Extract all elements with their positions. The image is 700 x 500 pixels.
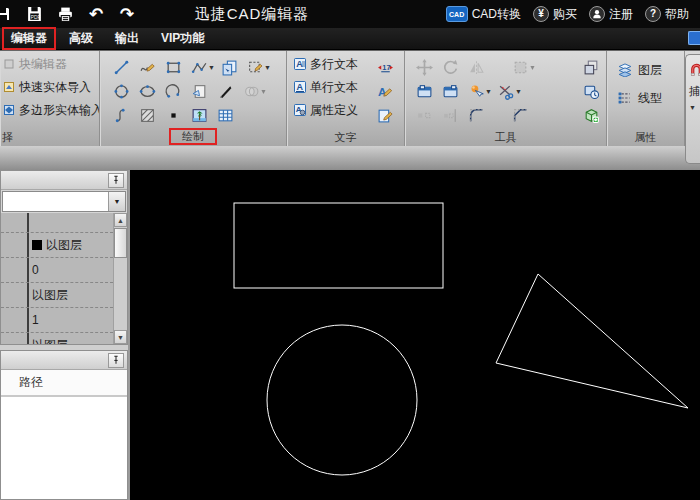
- copy-stack-icon[interactable]: [578, 55, 604, 79]
- text-fit-icon[interactable]: 17: [372, 55, 398, 79]
- boundary-dropdown-icon[interactable]: ▼: [264, 64, 272, 71]
- rotate-icon[interactable]: [437, 56, 463, 78]
- help-button[interactable]: ? 帮助: [642, 4, 692, 25]
- drawing-canvas[interactable]: [130, 170, 700, 500]
- tab-editor[interactable]: 编辑器: [2, 27, 56, 50]
- scrollbar-thumb[interactable]: [114, 228, 127, 258]
- spline-icon[interactable]: [108, 104, 134, 126]
- tab-output[interactable]: 输出: [106, 28, 148, 49]
- fillet-icon[interactable]: [463, 104, 489, 126]
- snap-panel-label: 捕: [689, 84, 700, 99]
- ribbon-group-tools: ▼ ▼ ▼: [405, 51, 607, 147]
- block-editor-button[interactable]: 块编辑器: [0, 54, 99, 74]
- move-icon[interactable]: [411, 56, 437, 78]
- group-label-properties: 属性: [607, 130, 684, 145]
- polyline-dropdown-icon[interactable]: ▼: [208, 64, 216, 71]
- register-button[interactable]: 注册: [586, 4, 636, 25]
- chamfer-icon[interactable]: [507, 104, 533, 126]
- path-panel-header: [1, 351, 127, 370]
- align-icon[interactable]: [411, 104, 437, 126]
- sketch-icon[interactable]: [134, 56, 160, 78]
- save-icon[interactable]: [0, 3, 14, 25]
- property-row-color[interactable]: 以图层: [1, 233, 113, 258]
- properties-panel-header: [1, 171, 127, 190]
- erase-dropdown-icon[interactable]: ▼: [485, 88, 493, 95]
- user-icon: [589, 6, 605, 22]
- trim-dropdown-icon[interactable]: ▼: [515, 88, 523, 95]
- svg-text:A: A: [297, 82, 304, 92]
- blend-dropdown-icon[interactable]: ▼: [260, 88, 268, 95]
- pin-icon[interactable]: [108, 173, 124, 188]
- wipeout-icon[interactable]: [186, 80, 212, 102]
- entity-selector-combobox[interactable]: ▼: [2, 191, 126, 212]
- ribbon-group-text: A 多行文本 A 单行文本 A 属性定义 17 A: [287, 51, 405, 147]
- mirror-icon[interactable]: [463, 56, 489, 78]
- print-icon[interactable]: [54, 3, 76, 25]
- cad-circle-entity[interactable]: [267, 325, 417, 475]
- polygon-entity-input-button[interactable]: 多边形实体输入: [0, 100, 99, 120]
- pin-icon-2[interactable]: [108, 353, 124, 368]
- properties-panel: ▼ 以图层 0 以图层 1 以图层 ▲ ▼: [0, 170, 128, 345]
- group-label-draw: 绘制: [100, 128, 286, 145]
- cad-polygon-entity[interactable]: [496, 274, 688, 408]
- line-icon[interactable]: [108, 56, 134, 78]
- group-label-text: 文字: [287, 130, 404, 145]
- ribbon-group-draw: ▼ ▼: [100, 51, 287, 147]
- rectangle-icon[interactable]: [160, 56, 186, 78]
- svg-text:17: 17: [382, 63, 390, 72]
- property-row-lineweight[interactable]: 以图层: [1, 333, 113, 344]
- property-row-scale[interactable]: 1: [1, 308, 113, 333]
- ribbon: 块编辑器 快速实体导入 多边形实体输入 择: [0, 50, 700, 146]
- property-row-linetype[interactable]: 以图层: [1, 283, 113, 308]
- block-clock-icon[interactable]: [578, 79, 604, 103]
- block-open-icon[interactable]: [411, 80, 437, 102]
- circle-icon[interactable]: [108, 80, 134, 102]
- cad-rect-entity[interactable]: [234, 203, 443, 288]
- edit-text-icon[interactable]: A: [372, 79, 398, 103]
- left-sidebar: ▼ 以图层 0 以图层 1 以图层 ▲ ▼: [0, 170, 130, 500]
- linetype-button[interactable]: 线型: [615, 88, 684, 108]
- magnet-icon: [689, 61, 700, 79]
- cad-convert-button[interactable]: CAD CAD转换: [443, 4, 524, 25]
- properties-table: 以图层 0 以图层 1 以图层 ▲ ▼: [1, 213, 127, 344]
- copy-entities-icon[interactable]: [216, 56, 242, 78]
- yuan-icon: ¥: [533, 6, 549, 22]
- tab-vip[interactable]: VIP功能: [152, 28, 213, 49]
- point-icon[interactable]: [160, 104, 186, 126]
- canvas-svg: [130, 170, 700, 500]
- layers-button[interactable]: 图层: [615, 60, 684, 80]
- ribbon-group-select: 块编辑器 快速实体导入 多边形实体输入 择: [0, 51, 100, 147]
- image-icon[interactable]: [186, 104, 212, 126]
- quick-entity-import-button[interactable]: 快速实体导入: [0, 77, 99, 97]
- property-row-layer[interactable]: 0: [1, 258, 113, 283]
- block-new-icon[interactable]: [437, 80, 463, 102]
- table-icon[interactable]: [212, 104, 238, 126]
- menu-bar: 编辑器 高级 输出 VIP功能: [0, 28, 700, 50]
- array-dropdown-icon[interactable]: ▼: [529, 64, 537, 71]
- combobox-dropdown-icon[interactable]: ▼: [108, 192, 125, 211]
- save-pdf-icon[interactable]: PDF: [23, 3, 45, 25]
- path-panel: 路径: [0, 350, 128, 500]
- snap-dropdown-icon[interactable]: ▼: [689, 104, 696, 111]
- undo-icon[interactable]: ↶: [85, 3, 107, 25]
- gradient-pen-icon[interactable]: [212, 80, 238, 102]
- hatch-icon[interactable]: [134, 104, 160, 126]
- insert-block-icon[interactable]: [578, 103, 604, 127]
- arc-icon[interactable]: [160, 80, 186, 102]
- edit-attribute-icon[interactable]: [372, 103, 398, 127]
- tab-advanced[interactable]: 高级: [60, 28, 102, 49]
- scroll-down-icon[interactable]: ▼: [114, 330, 127, 344]
- ribbon-group-properties: 图层 线型 属性: [607, 51, 685, 147]
- path-list[interactable]: [1, 397, 127, 498]
- properties-scrollbar[interactable]: ▲ ▼: [113, 213, 127, 344]
- scroll-up-icon[interactable]: ▲: [114, 213, 127, 227]
- snap-panel[interactable]: 捕 ▼: [685, 54, 700, 164]
- cad-editor-window: PDF ↶ ↷ 迅捷CAD编辑器 CAD CAD转换 ¥ 购买 注册: [0, 0, 700, 500]
- distribute-icon[interactable]: [437, 104, 463, 126]
- ellipse-icon[interactable]: [134, 80, 160, 102]
- question-icon: ?: [645, 6, 661, 22]
- path-column-header[interactable]: 路径: [1, 370, 127, 397]
- window-icon[interactable]: [688, 31, 700, 45]
- buy-button[interactable]: ¥ 购买: [530, 4, 580, 25]
- redo-icon[interactable]: ↷: [116, 3, 138, 25]
